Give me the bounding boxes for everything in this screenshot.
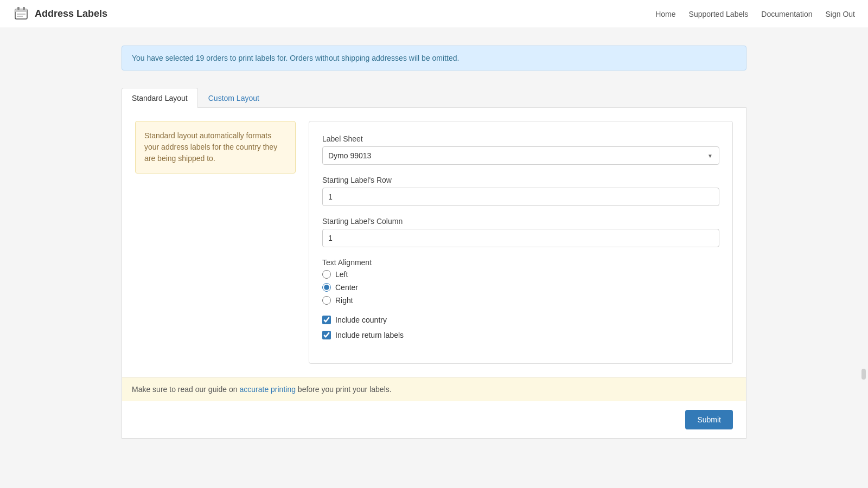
starting-column-input[interactable] — [322, 229, 719, 247]
submit-button[interactable]: Submit — [685, 410, 733, 429]
alignment-right-radio[interactable] — [322, 296, 331, 305]
starting-column-label: Starting Label's Column — [322, 217, 719, 226]
label-sheet-select[interactable]: Dymo 99013 Dymo 11352 Avery 5160 Avery 5… — [322, 146, 719, 165]
nav-sign-out[interactable]: Sign Out — [826, 10, 855, 18]
alignment-center-radio[interactable] — [322, 283, 331, 292]
include-return-item[interactable]: Include return labels — [322, 331, 719, 339]
description-panel: Standard layout automatically formats yo… — [135, 121, 309, 364]
text-alignment-group: Text Alignment Left Center Right — [322, 258, 719, 305]
starting-row-group: Starting Label's Row — [322, 176, 719, 206]
include-country-checkbox[interactable] — [322, 316, 331, 324]
submit-area: Submit — [122, 401, 746, 438]
brand-title: Address Labels — [35, 8, 107, 20]
include-return-label: Include return labels — [335, 331, 404, 339]
main-nav: Home Supported Labels Documentation Sign… — [655, 10, 855, 18]
label-sheet-label: Label Sheet — [322, 134, 719, 143]
alignment-right-item[interactable]: Right — [322, 296, 719, 305]
alignment-center-item[interactable]: Center — [322, 283, 719, 292]
app-header: Address Labels Home Supported Labels Doc… — [0, 0, 868, 28]
tab-bar: Standard Layout Custom Layout — [122, 88, 746, 108]
info-banner-text: You have selected 19 orders to print lab… — [132, 54, 459, 62]
svg-rect-1 — [15, 9, 27, 12]
starting-row-label: Starting Label's Row — [322, 176, 719, 184]
include-country-label: Include country — [335, 316, 387, 324]
tab-content: Standard layout automatically formats yo… — [122, 108, 746, 439]
nav-documentation[interactable]: Documentation — [761, 10, 812, 18]
svg-rect-5 — [23, 7, 25, 10]
description-box: Standard layout automatically formats yo… — [135, 121, 296, 174]
tab-custom-layout[interactable]: Custom Layout — [198, 88, 270, 108]
nav-supported-labels[interactable]: Supported Labels — [689, 10, 749, 18]
alignment-left-item[interactable]: Left — [322, 270, 719, 279]
alignment-right-label: Right — [335, 296, 353, 305]
alignment-left-radio[interactable] — [322, 270, 331, 279]
label-sheet-select-wrapper: Dymo 99013 Dymo 11352 Avery 5160 Avery 5… — [322, 146, 719, 165]
svg-rect-4 — [17, 7, 20, 10]
bottom-notice-post: before you print your labels. — [296, 385, 392, 394]
description-text: Standard layout automatically formats yo… — [144, 131, 277, 163]
alignment-center-label: Center — [335, 283, 358, 292]
accurate-printing-link[interactable]: accurate printing — [239, 385, 296, 394]
label-sheet-group: Label Sheet Dymo 99013 Dymo 11352 Avery … — [322, 134, 719, 165]
starting-row-input[interactable] — [322, 188, 719, 206]
alignment-radio-group: Left Center Right — [322, 270, 719, 305]
tab-panel-standard: Standard layout automatically formats yo… — [122, 108, 746, 377]
scroll-indicator — [861, 369, 866, 380]
tab-standard-layout[interactable]: Standard Layout — [122, 88, 198, 108]
starting-column-group: Starting Label's Column — [322, 217, 719, 247]
include-return-checkbox[interactable] — [322, 331, 331, 339]
info-banner: You have selected 19 orders to print lab… — [122, 46, 746, 70]
text-alignment-label: Text Alignment — [322, 258, 719, 267]
brand: Address Labels — [13, 6, 107, 22]
bottom-notice-pre: Make sure to read our guide on — [132, 385, 239, 394]
form-panel: Label Sheet Dymo 99013 Dymo 11352 Avery … — [309, 121, 733, 364]
main-content: You have selected 19 orders to print lab… — [108, 28, 760, 456]
brand-icon — [13, 6, 29, 22]
alignment-left-label: Left — [335, 270, 348, 279]
nav-home[interactable]: Home — [655, 10, 675, 18]
include-country-group: Include country Include return labels — [322, 316, 719, 339]
bottom-notice: Make sure to read our guide on accurate … — [122, 377, 746, 401]
include-country-item[interactable]: Include country — [322, 316, 719, 324]
